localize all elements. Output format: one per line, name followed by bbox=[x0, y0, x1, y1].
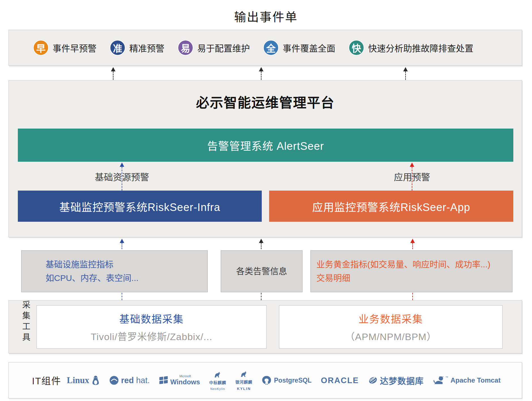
fast-badge-icon: 快 bbox=[348, 40, 364, 56]
redhat-logo: redhat. bbox=[109, 376, 150, 385]
tomcat-logo: ™ Apache Tomcat bbox=[433, 376, 501, 385]
feature-fast: 快 快速分析助推故障排查处置 bbox=[348, 40, 473, 56]
riskseer-infra-label: 基础监控预警系统RiskSeer-Infra bbox=[59, 199, 220, 214]
full-badge-icon: 全 bbox=[263, 40, 279, 56]
neokylin-logo: 中标麒麟 NeoKylin bbox=[209, 370, 226, 391]
it-components-label: IT组件 bbox=[32, 362, 61, 398]
oracle-label: ORACLE bbox=[321, 376, 359, 385]
windows-logo: MicrosoftWindows bbox=[159, 375, 200, 386]
tomcat-label: Apache Tomcat bbox=[451, 376, 501, 384]
neokylin-en-label: NeoKylin bbox=[210, 387, 225, 391]
arrow-up-red-icon bbox=[410, 239, 415, 249]
feature-label: 精准预警 bbox=[129, 41, 164, 54]
riskseer-app-bar: 应用监控预警系统RiskSeer-App bbox=[269, 191, 513, 222]
alerts-box: 各类告警信息 bbox=[221, 250, 303, 292]
penguin-icon bbox=[91, 375, 100, 385]
business-collection-tools: （APM/NPM/BPM） bbox=[345, 329, 437, 343]
windows-label: Windows bbox=[170, 378, 200, 386]
windows-icon bbox=[159, 376, 168, 385]
alerts-label: 各类告警信息 bbox=[236, 266, 287, 277]
early-badge-icon: 早 bbox=[33, 40, 49, 56]
dameng-swirl-icon bbox=[368, 376, 378, 385]
architecture-diagram: 输出事件单 早 事件早预警 准 精准预警 易 易于配置维护 全 事件覆盖全面 快… bbox=[0, 0, 532, 401]
easy-badge-icon: 易 bbox=[177, 40, 194, 56]
arrow-up-icon bbox=[259, 239, 264, 249]
arrow-up-blue-icon bbox=[119, 239, 125, 249]
postgresql-logo: PostgreSQL bbox=[261, 376, 312, 385]
page-title: 输出事件单 bbox=[0, 7, 532, 25]
dashed-connector bbox=[119, 293, 125, 300]
logo-row: Linux redhat. MicrosoftWindows 中标麒麟 NeoK… bbox=[67, 362, 501, 398]
infra-alert-label: 基础资源预警 bbox=[95, 170, 149, 183]
kylin-en-label: KYLIN bbox=[237, 387, 251, 391]
feature-label: 事件早预警 bbox=[53, 41, 96, 54]
accurate-badge-icon: 准 bbox=[110, 40, 126, 56]
alertseer-bar: 告警管理系统 AlertSeer bbox=[18, 129, 513, 162]
tomcat-cat-icon bbox=[433, 376, 445, 385]
dameng-logo: 达梦数据库 bbox=[368, 374, 424, 387]
riskseer-infra-bar: 基础监控预警系统RiskSeer-Infra bbox=[18, 191, 262, 222]
app-alert-label: 应用预警 bbox=[394, 170, 430, 183]
arrow-up-icon bbox=[111, 67, 116, 80]
infra-metrics-box: 基础设施监控指标 如CPU、内存、表空间... bbox=[21, 250, 208, 292]
linux-logo: Linux bbox=[67, 375, 100, 385]
kylin-creature-icon bbox=[213, 370, 222, 378]
elephant-icon bbox=[261, 376, 272, 385]
kylin-cn-label: 银河麒麟 bbox=[235, 380, 252, 384]
dashed-connector bbox=[410, 293, 415, 300]
kylin-logo: 银河麒麟 KYLIN bbox=[235, 370, 252, 391]
it-components-panel: IT组件 Linux redhat. MicrosoftWindows 中标麒麟… bbox=[8, 362, 522, 398]
feature-easy: 易 易于配置维护 bbox=[177, 40, 250, 56]
business-metrics-line1: 业务黄金指标(如交易量、响应时间、成功率...) bbox=[316, 259, 512, 270]
neokylin-cn-label: 中标麒麟 bbox=[209, 380, 226, 385]
infra-collection-tools: Tivoli/普罗米修斯/Zabbix/... bbox=[91, 329, 213, 343]
feature-accurate: 准 精准预警 bbox=[110, 40, 164, 56]
linux-label: Linux bbox=[67, 375, 89, 385]
infra-collection-box: 基础数据采集 Tivoli/普罗米修斯/Zabbix/... bbox=[37, 305, 267, 349]
arrow-up-icon bbox=[403, 67, 408, 80]
collection-tools-label: 采集工具 bbox=[20, 300, 31, 353]
kylin-creature-icon bbox=[239, 370, 249, 377]
postgresql-label: PostgreSQL bbox=[274, 377, 312, 384]
platform-title: 必示智能运维管理平台 bbox=[9, 92, 522, 111]
infra-metrics-line1: 基础设施监控指标 bbox=[46, 259, 207, 270]
feature-label: 易于配置维护 bbox=[197, 41, 250, 54]
redhat-icon bbox=[109, 376, 119, 385]
feature-label: 快速分析助推故障排查处置 bbox=[368, 41, 473, 54]
trademark-label: ™ bbox=[445, 376, 448, 379]
business-metrics-line2: 交易明细 bbox=[316, 272, 512, 284]
oracle-logo: ORACLE bbox=[321, 376, 359, 385]
arrow-up-icon bbox=[259, 67, 264, 80]
platform-panel: 必示智能运维管理平台 告警管理系统 AlertSeer 基础资源预警 应用预警 … bbox=[8, 80, 522, 237]
feature-full: 全 事件覆盖全面 bbox=[263, 40, 335, 56]
alertseer-label: 告警管理系统 AlertSeer bbox=[207, 137, 324, 153]
dashed-connector bbox=[259, 293, 264, 300]
feature-early: 早 事件早预警 bbox=[33, 40, 96, 56]
riskseer-app-label: 应用监控预警系统RiskSeer-App bbox=[312, 199, 470, 214]
infra-collection-title: 基础数据采集 bbox=[119, 311, 184, 326]
microsoft-label: Microsoft bbox=[179, 375, 191, 378]
feature-label: 事件覆盖全面 bbox=[283, 41, 335, 54]
redhat-label-bold: red bbox=[121, 376, 134, 385]
business-collection-title: 业务数据采集 bbox=[359, 311, 423, 326]
features-panel: 早 事件早预警 准 精准预警 易 易于配置维护 全 事件覆盖全面 快 快速分析助… bbox=[8, 30, 522, 66]
business-collection-box: 业务数据采集 （APM/NPM/BPM） bbox=[279, 305, 503, 349]
redhat-label: hat. bbox=[136, 376, 150, 385]
collection-tools-panel: 采集工具 基础数据采集 Tivoli/普罗米修斯/Zabbix/... 业务数据… bbox=[8, 300, 522, 353]
infra-metrics-line2: 如CPU、内存、表空间... bbox=[46, 272, 207, 284]
business-metrics-box: 业务黄金指标(如交易量、响应时间、成功率...) 交易明细 bbox=[310, 250, 512, 292]
dameng-label: 达梦数据库 bbox=[380, 374, 424, 387]
